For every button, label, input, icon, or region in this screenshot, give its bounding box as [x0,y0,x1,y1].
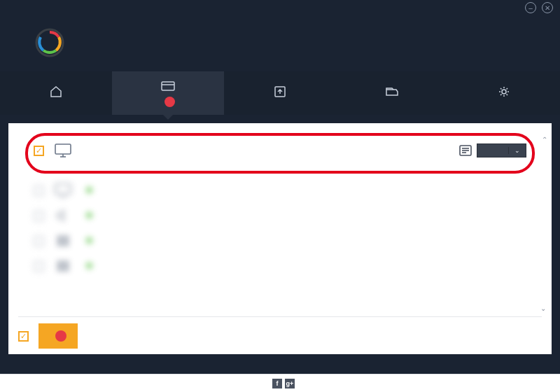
nav-restore[interactable] [336,71,448,115]
nav-home[interactable] [0,71,112,115]
svg-point-4 [502,90,506,94]
nav-backup[interactable] [224,71,336,115]
app-logo [35,28,64,57]
nav-driver-updates[interactable] [112,71,224,115]
driver-row: ✓ [18,253,542,279]
svg-rect-18 [57,261,62,265]
svg-rect-17 [64,241,69,246]
svg-rect-15 [64,236,69,240]
settings-icon [496,85,512,99]
google-plus-icon[interactable]: g+ [285,379,295,388]
backup-icon [272,85,288,99]
svg-rect-5 [55,144,71,154]
svg-rect-20 [57,267,62,271]
download-badge [55,330,66,342]
driver-row-primary[interactable]: ✓ ⌄ [18,136,542,165]
svg-rect-19 [64,261,69,265]
scrollbar[interactable]: ⌃ ⌄ [540,136,549,312]
updates-icon [160,79,176,93]
svg-rect-1 [162,82,174,90]
checkbox-checked[interactable]: ✓ [34,146,44,156]
facebook-icon[interactable]: f [272,379,282,388]
scroll-down-icon[interactable]: ⌄ [540,304,546,312]
windows-icon [54,233,72,248]
select-all-checkbox[interactable]: ✓ [18,331,29,342]
action-bar: ✓ [18,316,542,349]
content-panel: ✓ ⌄ ✓ ✓ ✓ ✓ ⌃ ⌄ [8,123,552,354]
title-bar: – ✕ [0,0,560,15]
download-install-button[interactable] [38,323,78,349]
updates-badge [164,97,175,107]
scroll-up-icon[interactable]: ⌃ [540,136,549,144]
driver-row: ✓ [18,228,542,253]
monitor-icon [54,143,72,158]
windows-icon [54,258,72,274]
close-button[interactable]: ✕ [542,2,553,13]
restore-icon [384,85,400,99]
main-nav [0,71,560,115]
driver-row: ✓ [18,178,542,203]
app-header [0,15,560,71]
home-icon [48,85,64,99]
social-links: f g+ [272,379,295,388]
details-icon[interactable] [458,144,472,157]
footer: f g+ [0,374,560,392]
svg-rect-12 [55,184,71,194]
monitor-icon [54,183,72,198]
audio-icon [54,208,72,223]
nav-settings[interactable] [448,71,560,115]
chevron-down-icon[interactable]: ⌄ [508,147,526,154]
update-button[interactable]: ⌄ [477,144,526,158]
minimize-button[interactable]: – [525,2,536,13]
svg-rect-14 [57,236,62,240]
driver-row: ✓ [18,203,542,228]
svg-rect-21 [64,267,69,271]
svg-rect-16 [57,241,62,246]
